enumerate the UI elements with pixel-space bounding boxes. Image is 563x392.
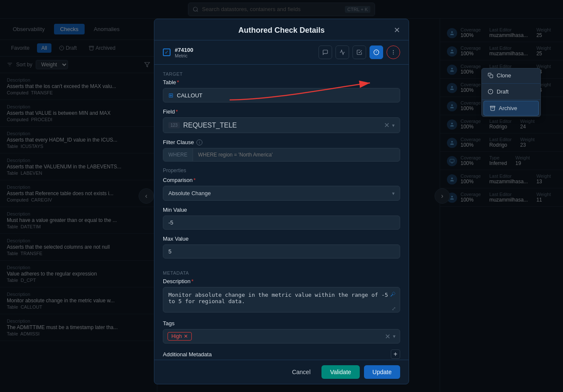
update-button[interactable]: Update <box>364 365 400 379</box>
menu-divider <box>482 99 540 100</box>
modal-close-button[interactable]: ✕ <box>392 25 402 35</box>
draft-menu-icon <box>488 89 493 94</box>
min-value-input[interactable] <box>163 216 400 230</box>
context-menu: Clone Draft Archive <box>481 68 541 117</box>
field-value: REQUEST_TELE <box>183 122 237 129</box>
table-input[interactable]: ⊞ CALLOUT <box>163 88 400 102</box>
wand-icon <box>390 291 396 297</box>
field-label: Field* <box>163 108 400 115</box>
properties-section: Properties Comparison* Absolute Change ▾… <box>163 168 400 264</box>
cancel-button[interactable]: Cancel <box>285 365 318 379</box>
comments-icon-button[interactable] <box>318 45 332 59</box>
resize-icon: ⤢ <box>392 306 396 312</box>
additional-meta-label: Additional Metadata <box>163 351 212 358</box>
check-id: ✓ <box>163 48 171 56</box>
menu-divider <box>482 83 540 84</box>
field-chevron-icon: ▾ <box>392 122 395 128</box>
filter-clause-section: Filter Clause i WHERE <box>163 139 400 162</box>
chart-icon-button[interactable] <box>336 45 349 59</box>
tags-input[interactable]: High ✕ ✕ ▾ <box>163 329 400 344</box>
modal-footer: Cancel Validate Update <box>154 360 409 384</box>
filter-clause-label: Filter Clause <box>163 139 194 145</box>
table-value: CALLOUT <box>177 92 202 99</box>
filter-text-input[interactable] <box>193 148 400 161</box>
modal-title: Authored Check Details <box>163 26 400 35</box>
description-label: Description* <box>163 278 400 284</box>
check-number: #74100 <box>175 47 318 53</box>
table-label: Table* <box>163 79 400 85</box>
filter-input[interactable]: WHERE <box>163 148 400 162</box>
modal-subheader: ✓ #74100 Metric <box>154 40 409 65</box>
svg-point-19 <box>393 54 394 54</box>
svg-rect-22 <box>490 106 495 107</box>
svg-point-17 <box>393 50 394 51</box>
comparison-select[interactable]: Absolute Change ▾ <box>163 186 400 201</box>
chart-icon <box>339 49 345 55</box>
info-icon <box>373 49 379 55</box>
min-value-label: Min Value <box>163 207 400 213</box>
field-clear-button[interactable]: ✕ <box>384 121 390 129</box>
more-options-button[interactable] <box>387 45 400 59</box>
comparison-label: Comparison* <box>163 177 400 183</box>
max-value-label: Max Value <box>163 236 400 242</box>
clone-icon <box>488 73 493 78</box>
tasks-icon-button[interactable] <box>353 45 366 59</box>
tasks-icon <box>356 49 362 55</box>
add-metadata-button[interactable]: + <box>391 349 400 359</box>
additional-metadata-row: Additional Metadata + <box>163 349 400 359</box>
modal: Authored Check Details ✕ ✓ #74100 Metric <box>154 19 409 384</box>
comments-icon <box>322 49 328 55</box>
action-icons <box>318 45 400 59</box>
comparison-chevron-icon: ▾ <box>392 190 395 196</box>
tags-label: Tags <box>163 320 400 327</box>
context-menu-draft[interactable]: Draft <box>482 85 540 99</box>
description-wrapper: Monitor absolute change in the metric va… <box>163 287 400 314</box>
metadata-section-label: Metadata <box>163 270 400 276</box>
field-input[interactable]: 123 REQUEST_TELE ✕ ▾ <box>163 117 400 133</box>
info-icon-button[interactable] <box>370 45 383 59</box>
context-menu-archive[interactable]: Archive <box>483 101 539 116</box>
svg-rect-20 <box>490 75 493 78</box>
table-grid-icon: ⊞ <box>168 92 173 99</box>
tag-remove-button[interactable]: ✕ <box>184 333 188 339</box>
modal-header: Authored Check Details ✕ <box>154 19 409 40</box>
target-section-label: Target <box>163 71 400 77</box>
check-type: Metric <box>175 53 318 58</box>
tag-high: High ✕ <box>168 332 192 341</box>
archive-menu-icon <box>490 105 495 111</box>
more-dots-icon <box>390 49 396 55</box>
field-type-badge: 123 <box>168 122 180 128</box>
modal-body: Target Table* ⊞ CALLOUT Field* 123 REQUE… <box>154 65 409 360</box>
validate-button[interactable]: Validate <box>321 365 360 379</box>
tags-clear-button[interactable]: ✕ <box>385 332 390 341</box>
tags-chevron-icon: ▾ <box>393 333 395 339</box>
check-checkbox-icon: ✓ <box>163 48 171 56</box>
filter-info-icon: i <box>196 139 202 145</box>
filter-where-label: WHERE <box>163 148 193 161</box>
svg-point-18 <box>393 52 394 53</box>
magic-wand-icon[interactable] <box>390 291 396 298</box>
max-value-input[interactable] <box>163 244 400 258</box>
properties-header: Properties <box>163 168 400 173</box>
context-menu-clone[interactable]: Clone <box>482 68 540 82</box>
description-textarea[interactable]: Monitor absolute change in the metric va… <box>163 287 400 312</box>
